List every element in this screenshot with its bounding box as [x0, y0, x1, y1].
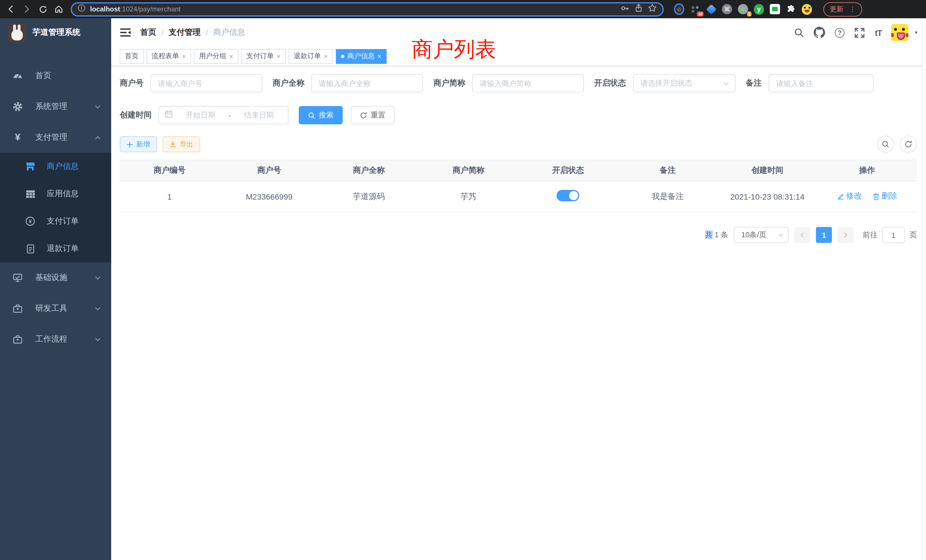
tab-refund-order[interactable]: 退款订单 ×	[289, 49, 333, 64]
status-select[interactable]: 请选择开启状态	[633, 74, 735, 92]
tags-view-bar: 首页 流程表单 × 用户分组 × 支付订单 × 退款订单 ×	[111, 47, 926, 66]
help-icon[interactable]: ?	[835, 28, 845, 37]
tab-search-star-icon[interactable]: ☆	[674, 4, 684, 14]
extension-badge: 10	[697, 11, 704, 17]
breadcrumb-payment[interactable]: 支付管理	[169, 27, 201, 38]
chevron-down-icon	[778, 232, 784, 238]
close-icon[interactable]: ×	[182, 52, 186, 60]
page-number-1[interactable]: 1	[816, 227, 832, 243]
page-scrollbar[interactable]	[922, 18, 926, 560]
extension-tasks-icon[interactable]: 1	[738, 4, 748, 14]
yen-circle-icon: ¥	[25, 216, 35, 226]
sidebar-item-workflow[interactable]: 工作流程	[0, 324, 111, 355]
address-bar[interactable]: localhost :1024/pay/merchant	[71, 2, 664, 16]
browser-menu-kebab-icon[interactable]: ⋮	[849, 5, 856, 13]
bookmark-star-icon[interactable]	[648, 3, 657, 15]
yen-icon: ¥	[12, 132, 23, 143]
create-time-range-picker[interactable]: 开始日期 - 结束日期	[159, 106, 289, 124]
fullscreen-icon[interactable]	[855, 27, 865, 38]
extension-gem-icon[interactable]	[706, 4, 716, 14]
close-icon[interactable]: ×	[277, 52, 280, 60]
avatar-caret-down-icon[interactable]: ▾	[915, 30, 917, 35]
delete-row-button[interactable]: 删除	[872, 191, 897, 201]
filter-label-full-name: 商户全称	[272, 78, 304, 88]
browser-home-icon[interactable]	[53, 3, 65, 15]
merchant-no-input[interactable]	[151, 74, 262, 92]
site-info-icon[interactable]	[77, 4, 86, 14]
sidebar-item-home[interactable]: 首页	[0, 61, 111, 91]
filter-label-short-name: 商户简称	[433, 78, 465, 88]
sidebar-item-merchant-info[interactable]: 商户信息	[0, 153, 111, 180]
remark-input[interactable]	[769, 74, 873, 92]
sidebar-item-pay-order[interactable]: ¥ 支付订单	[0, 207, 111, 235]
sidebar-item-dev-tools[interactable]: 研发工具	[0, 293, 111, 324]
full-name-input[interactable]	[311, 74, 423, 92]
sidebar-collapse-icon[interactable]	[120, 27, 131, 38]
col-full-name: 商户全称	[319, 160, 419, 181]
sidebar-item-refund-order[interactable]: 退款订单	[0, 235, 111, 262]
app-logo[interactable]: 芋道管理系统	[0, 18, 111, 47]
status-toggle[interactable]	[557, 190, 580, 201]
refresh-table-button[interactable]	[900, 136, 917, 153]
extensions-puzzle-icon[interactable]	[786, 4, 796, 14]
github-icon[interactable]	[814, 27, 825, 38]
toolbox-icon	[12, 304, 23, 313]
tab-merchant-info[interactable]: 商户信息 ×	[336, 49, 387, 64]
table-header-row: 商户编号 商户号 商户全称 商户简称 开启状态 备注 创建时间 操作	[120, 160, 917, 181]
add-button[interactable]: 新增	[120, 136, 157, 152]
extension-command-icon[interactable]: ⌘	[722, 4, 732, 14]
chevron-down-icon	[95, 306, 101, 312]
browser-forward-icon[interactable]	[21, 3, 33, 15]
col-status: 开启状态	[518, 160, 618, 181]
show-search-toggle-button[interactable]	[877, 136, 894, 153]
toolbox-icon	[12, 334, 23, 344]
tab-user-group[interactable]: 用户分组 ×	[194, 49, 238, 64]
reset-button[interactable]: 重置	[351, 106, 395, 124]
browser-reload-icon[interactable]	[36, 3, 49, 15]
chevron-down-icon	[723, 80, 729, 86]
tab-pay-order[interactable]: 支付订单 ×	[241, 49, 286, 64]
col-merchant-no: 商户号	[219, 160, 319, 181]
sidebar-item-system[interactable]: 系统管理	[0, 91, 111, 122]
edit-row-button[interactable]: 修改	[837, 191, 862, 201]
tab-process-form[interactable]: 流程表单 ×	[147, 49, 191, 64]
short-name-input[interactable]	[472, 74, 584, 92]
calendar-icon	[165, 110, 173, 120]
prev-page-button[interactable]	[794, 227, 810, 243]
browser-back-icon[interactable]	[5, 3, 17, 15]
share-icon[interactable]	[634, 3, 643, 15]
url-path: :1024/pay/merchant	[120, 5, 180, 13]
goto-page-input[interactable]	[882, 227, 905, 243]
goto-label: 前往	[863, 230, 878, 240]
close-icon[interactable]: ×	[377, 52, 381, 60]
sidebar-item-infrastructure[interactable]: 基础设施	[0, 262, 111, 293]
extension-notes-icon[interactable]	[770, 4, 780, 14]
extension-bookmarks-icon[interactable]: 10	[690, 4, 700, 14]
close-icon[interactable]: ×	[324, 52, 328, 60]
page-size-select[interactable]: 10条/页	[734, 227, 788, 243]
password-key-icon[interactable]	[620, 3, 629, 15]
merchant-table: 商户编号 商户号 商户全称 商户简称 开启状态 备注 创建时间 操作 1	[120, 160, 917, 212]
col-create-time: 创建时间	[717, 160, 817, 181]
sidebar-item-payment[interactable]: ¥ 支付管理	[0, 122, 111, 153]
user-avatar[interactable]	[891, 24, 909, 41]
browser-update-button[interactable]: 更新 ⋮	[823, 2, 862, 16]
filter-label-status: 开启状态	[594, 78, 626, 88]
extension-y-icon[interactable]: y	[754, 4, 764, 14]
cell-create-time: 2021-10-23 08:31:14	[717, 181, 817, 212]
export-button[interactable]: 导出	[162, 136, 200, 152]
font-size-icon[interactable]: tT	[875, 28, 882, 37]
goto-unit: 页	[909, 230, 917, 240]
start-date-placeholder: 开始日期	[177, 110, 224, 120]
tab-home[interactable]: 首页	[120, 49, 144, 64]
breadcrumb-home[interactable]: 首页	[140, 27, 156, 38]
search-icon[interactable]	[794, 27, 804, 38]
cell-remark: 我是备注	[618, 181, 718, 212]
close-icon[interactable]: ×	[229, 52, 233, 60]
browser-profile-avatar[interactable]	[802, 4, 812, 14]
sidebar-item-app-info[interactable]: 应用信息	[0, 180, 111, 207]
cell-merchant-id: 1	[120, 181, 219, 212]
next-page-button[interactable]	[838, 227, 853, 243]
search-button[interactable]: 搜索	[299, 106, 343, 124]
pagination: 共 1 条 10条/页 1	[120, 227, 917, 243]
